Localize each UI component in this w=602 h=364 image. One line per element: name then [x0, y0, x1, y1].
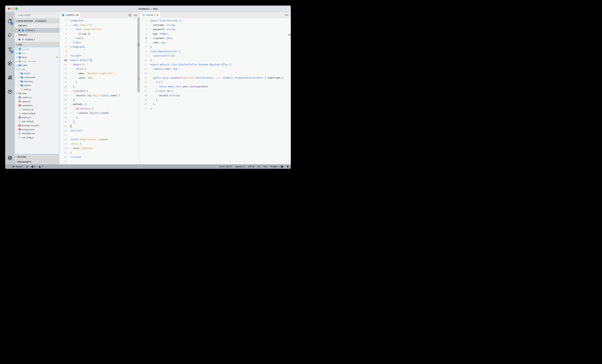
code-line[interactable]: 3 password: string,	[140, 27, 291, 32]
code-line[interactable]: 9 constructor() {}	[140, 54, 291, 58]
split-editor-icon[interactable]	[129, 14, 131, 16]
code-line[interactable]: 7</template>	[60, 45, 140, 49]
code-line[interactable]: 27	[60, 133, 140, 137]
bell-icon[interactable]	[287, 165, 289, 168]
code-line[interactable]: 15 }	[60, 80, 140, 85]
activity-item-files[interactable]: 2	[5, 14, 14, 28]
tree-item-public[interactable]: public	[15, 63, 59, 67]
tree-item--postcssrc-js[interactable]: JS.postcssrc.js	[15, 107, 59, 112]
tree-item--eslintrc-js[interactable]: .eslintrc.js	[15, 95, 59, 99]
code-line[interactable]: 29.hello {	[60, 142, 140, 146]
code-line[interactable]: 19 },	[60, 98, 140, 102]
tree-item--vscode[interactable]: ⋈.vscode	[15, 47, 59, 51]
code-line[interactable]: 21 hello(name) {	[60, 107, 140, 111]
tree-item-assets[interactable]: assets	[15, 71, 59, 75]
tree-item-tests[interactable]: tests	[15, 91, 59, 96]
tree-item--gitignore[interactable]: .gitignore	[15, 99, 59, 104]
code-line[interactable]: 7}	[140, 45, 291, 49]
dirty-indicator[interactable]	[157, 14, 158, 16]
status-item-spaces-2[interactable]: Spaces: 2	[235, 165, 245, 168]
status-item-warning[interactable]: 0	[39, 165, 43, 168]
code-line[interactable]: 22 console.log(this.count)	[60, 111, 140, 115]
code-line[interactable]: 5 </div>	[60, 36, 140, 41]
outline-section-header[interactable]: OUTLINE	[14, 154, 60, 159]
status-item-error[interactable]: 0	[31, 165, 35, 168]
tree-item-readme-md[interactable]: M↓README.md	[15, 131, 59, 136]
editor-2-overview-ruler[interactable]	[288, 18, 291, 164]
tree-item-package-lock-json[interactable]: npmpackage-lock.json	[15, 123, 59, 128]
code-line[interactable]: 20 methods: {	[60, 102, 140, 107]
activity-item-debug-disabled[interactable]	[5, 56, 14, 70]
code-line[interactable]: 15 try {	[140, 80, 291, 85]
editor-1-scrollbar[interactable]	[137, 18, 140, 164]
status-item-ln-10-col-17[interactable]: Ln 10, Col 17	[219, 165, 232, 168]
tree-item-src[interactable]: src	[15, 67, 59, 71]
npm-scripts-section-header[interactable]: NPM SCRIPTS	[14, 159, 60, 164]
tree-item-helpers[interactable]: helpers	[15, 83, 59, 87]
tree-item-node-modules[interactable]: node_modules	[15, 59, 59, 63]
code-line[interactable]: 17 } catch (e) {	[140, 89, 291, 93]
tree-item-babel-config-js[interactable]: JSbabel.config.js	[15, 112, 59, 116]
tree-item-index-js[interactable]: JSindex.js	[15, 87, 59, 91]
tree-item--npmignore[interactable]: npm.npmignore	[15, 103, 59, 107]
tree-item-components[interactable]: components	[15, 75, 59, 79]
tree-item-directives[interactable]: directives	[15, 79, 59, 84]
code-line[interactable]: 4 {{ msg }}	[60, 32, 140, 36]
code-line[interactable]: 21}	[140, 107, 291, 111]
code-line[interactable]: 14 public async saveUser(userInfo: Parti…	[140, 76, 291, 80]
tree-item-docs[interactable]: docs	[15, 55, 59, 59]
code-line[interactable]: 2 username: string,	[140, 23, 291, 27]
code-line[interactable]: 28<style lang="stylus" scoped>	[60, 137, 140, 142]
more-actions-icon[interactable]: •••	[285, 14, 289, 16]
code-line[interactable]: 1<template>	[60, 18, 140, 23]
settings-gear-icon[interactable]	[5, 153, 14, 162]
code-line[interactable]: 13 name: 'Brackets Light Pro!',	[60, 71, 140, 76]
code-line[interactable]: 8class BaseController {	[140, 49, 291, 54]
live-section-header[interactable]: LIVE	[14, 42, 60, 47]
code-line[interactable]: 13	[140, 71, 291, 76]
activity-item-search[interactable]	[5, 28, 14, 42]
code-line[interactable]: 32</style>	[60, 155, 140, 159]
code-line[interactable]: 12 readonly user: User	[140, 67, 291, 71]
code-line[interactable]: 20 }	[140, 102, 291, 107]
code-line[interactable]: 16 },	[60, 84, 140, 89]
smiley-icon[interactable]	[281, 165, 283, 168]
dirty-indicator[interactable]	[19, 30, 20, 31]
minimize-window-button[interactable]	[11, 8, 14, 10]
code-line[interactable]: 12 return {	[60, 67, 140, 71]
activity-item-source-control[interactable]: 1	[5, 42, 14, 56]
code-line[interactable]: 3 <div class="hello">	[60, 27, 140, 32]
scrollbar-thumb[interactable]	[137, 18, 140, 92]
code-editor-untitled-1[interactable]: 1<template>2 <div class="">3 <div class=…	[60, 18, 140, 164]
code-line[interactable]: 14 count: 100,	[60, 76, 140, 80]
status-item-lf[interactable]: LF	[258, 165, 260, 168]
activity-item-extensions[interactable]	[5, 70, 14, 85]
code-line[interactable]: 31}	[60, 150, 140, 155]
tree-item-vue-config-js[interactable]: JSvue.config.js	[15, 136, 59, 139]
activity-item-git-history[interactable]	[5, 85, 14, 99]
code-line[interactable]: 5 createAt: Date,	[140, 36, 291, 41]
code-line[interactable]: 24 },	[60, 120, 140, 124]
code-line[interactable]: 2 <div class="">	[60, 23, 140, 27]
status-item-vue[interactable]: Vue	[263, 165, 267, 168]
status-item-sync[interactable]	[26, 165, 28, 168]
dirty-indicator[interactable]	[19, 39, 20, 40]
tree-item-package-json[interactable]: npmpackage.json	[15, 128, 59, 132]
status-item-branch[interactable]: master*	[12, 165, 23, 168]
tab-untitled-2[interactable]: TSUntitled-2	[140, 12, 161, 18]
code-line[interactable]: 9<script>	[60, 54, 140, 58]
code-line[interactable]: 6 </div>	[60, 40, 140, 45]
code-line[interactable]: 16 return await this.user.save(userInfo)	[140, 84, 291, 89]
tree-item-dist[interactable]: dist	[15, 51, 59, 55]
code-line[interactable]: 11 data() {	[60, 63, 140, 67]
tree-item-deploy-sh[interactable]: >_deploy.sh	[15, 116, 59, 119]
code-line[interactable]: 1export interface User {	[140, 18, 291, 23]
open-editor-item-untitled-2[interactable]: TSUntitled-2	[14, 37, 60, 42]
tab-untitled-1[interactable]: Untitled-1	[60, 12, 80, 18]
maximize-window-button[interactable]	[15, 8, 18, 10]
code-line[interactable]: 10export default {	[60, 58, 140, 63]
code-line[interactable]: 33	[60, 159, 140, 164]
code-editor-untitled-2[interactable]: 1export interface User {2 username: stri…	[140, 18, 291, 164]
code-line[interactable]: 26</script>	[60, 128, 140, 133]
tree-item-jest-config-js[interactable]: JSjest.config.js	[15, 119, 59, 124]
